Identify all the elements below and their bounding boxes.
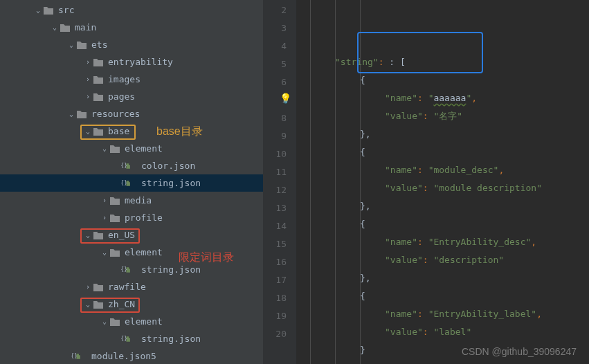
code-line[interactable]: "name": "EntryAbility_desc", (296, 233, 589, 251)
tree-item-pages[interactable]: ›pages (0, 88, 263, 105)
folder-icon (93, 91, 104, 102)
tree-item-label: element (125, 247, 163, 257)
folder-icon (76, 39, 87, 51)
folder-icon (43, 5, 54, 16)
tree-item-ets[interactable]: ⌄ets (0, 36, 263, 53)
chevron-right-icon[interactable]: › (83, 283, 93, 291)
code-line[interactable]: "value": "description" (296, 251, 589, 269)
tree-item-src[interactable]: ⌄src (0, 1, 263, 19)
folder-icon (93, 299, 104, 310)
tree-item-element[interactable]: ⌄element (0, 313, 263, 330)
code-area[interactable]: "string": : [{💡"name": "aaaaaa","value":… (296, 0, 589, 364)
code-line[interactable]: ] (296, 359, 589, 364)
tree-item-string-json[interactable]: ·string.json (0, 330, 263, 347)
tree-item-resources[interactable]: ⌄resources (0, 105, 263, 122)
line-number: 10 (263, 145, 287, 163)
line-number: 5 (263, 55, 287, 73)
chevron-right-icon[interactable]: › (100, 197, 109, 204)
json-file-icon (76, 351, 87, 362)
line-number: 3 (263, 19, 287, 37)
tree-item-base[interactable]: ⌄base (0, 122, 263, 140)
code-line[interactable]: { (296, 143, 589, 161)
code-line[interactable]: { (296, 71, 589, 89)
chevron-down-icon[interactable]: ⌄ (50, 24, 60, 31)
code-line[interactable]: "value": "名字" (296, 107, 589, 125)
code-line[interactable]: "string": : [ (296, 53, 589, 71)
tree-item-en_US[interactable]: ⌄en_US (0, 226, 263, 244)
tree-item-string-json[interactable]: ·string.json (0, 174, 263, 192)
line-number: 8 (263, 109, 287, 127)
line-number: 2 (263, 1, 287, 19)
chevron-down-icon[interactable]: ⌄ (33, 6, 43, 14)
tree-item-media[interactable]: ›media (0, 192, 263, 209)
line-number: 15 (263, 235, 287, 253)
tree-item-element[interactable]: ⌄element (0, 140, 263, 157)
tree-item-label: element (125, 316, 163, 327)
tree-item-rawfile[interactable]: ›rawfile (0, 278, 263, 295)
tree-item-label: rawfile (108, 282, 146, 292)
tree-item-entryability[interactable]: ›entryability (0, 53, 263, 71)
tree-item-label: string.json (141, 178, 201, 188)
tree-item-label: main (75, 22, 96, 33)
folder-icon (93, 57, 104, 68)
tree-item-zh_CN[interactable]: ⌄zh_CN (0, 295, 263, 313)
code-line[interactable]: }, (296, 197, 589, 215)
tree-item-label: profile (125, 212, 163, 223)
chevron-down-icon[interactable]: ⌄ (66, 41, 76, 48)
tree-item-label: string.json (141, 264, 201, 275)
tree-item-label: color.json (141, 161, 195, 171)
tree-item-profile[interactable]: ›profile (0, 209, 263, 226)
folder-icon (109, 195, 120, 206)
line-number: 18 (263, 289, 287, 307)
code-line[interactable]: 💡"name": "aaaaaa", (296, 89, 589, 107)
code-editor[interactable]: 234567891011121314151617181920 "string":… (263, 0, 589, 364)
code-line[interactable]: "name": "module_desc", (296, 161, 589, 179)
line-number: 12 (263, 181, 287, 199)
chevron-right-icon[interactable]: › (100, 214, 109, 221)
tree-item-label: en_US (108, 230, 135, 240)
tree-item-module-json5[interactable]: ·module.json5 (0, 347, 263, 364)
folder-icon (60, 22, 71, 33)
tree-item-label: images (108, 74, 141, 84)
tree-item-element[interactable]: ⌄element (0, 244, 263, 261)
chevron-down-icon[interactable]: ⌄ (83, 300, 93, 308)
chevron-down-icon[interactable]: ⌄ (100, 318, 109, 325)
code-line[interactable]: "name": "EntryAbility_label", (296, 305, 589, 323)
tree-item-label: entryability (108, 57, 173, 67)
code-line[interactable]: "value": "module description" (296, 179, 589, 197)
tree-item-color-json[interactable]: ·color.json (0, 157, 263, 174)
code-line[interactable]: "value": "label" (296, 323, 589, 341)
tree-item-label: string.json (141, 334, 201, 344)
line-number: 16 (263, 253, 287, 271)
chevron-right-icon[interactable]: › (83, 93, 93, 100)
tree-item-images[interactable]: ›images (0, 71, 263, 88)
line-number: 14 (263, 217, 287, 235)
folder-icon (93, 230, 104, 241)
tree-item-string-json[interactable]: ·string.json (0, 261, 263, 278)
code-line[interactable]: }, (296, 125, 589, 143)
tree-item-label: src (58, 5, 74, 15)
lightbulb-icon[interactable]: 💡 (280, 89, 291, 107)
code-line[interactable]: { (296, 215, 589, 233)
chevron-right-icon[interactable]: › (83, 58, 93, 66)
tree-item-label: zh_CN (108, 299, 135, 309)
code-line[interactable]: { (296, 287, 589, 305)
tree-item-main[interactable]: ⌄main (0, 19, 263, 36)
folder-icon (109, 247, 120, 258)
folder-icon (109, 212, 120, 224)
chevron-down-icon[interactable]: ⌄ (83, 127, 93, 135)
folder-icon (93, 282, 104, 293)
chevron-down-icon[interactable]: ⌄ (100, 145, 109, 152)
chevron-down-icon[interactable]: ⌄ (100, 248, 109, 256)
line-number: 13 (263, 199, 287, 217)
line-number: 4 (263, 37, 287, 55)
json-file-icon (126, 334, 137, 345)
folder-icon (109, 316, 120, 327)
folder-icon (93, 74, 104, 85)
tree-item-label: base (108, 126, 129, 136)
code-line[interactable]: }, (296, 269, 589, 287)
chevron-down-icon[interactable]: ⌄ (66, 110, 76, 118)
tree-item-label: pages (108, 91, 135, 102)
chevron-right-icon[interactable]: › (83, 75, 93, 83)
chevron-down-icon[interactable]: ⌄ (83, 231, 93, 239)
